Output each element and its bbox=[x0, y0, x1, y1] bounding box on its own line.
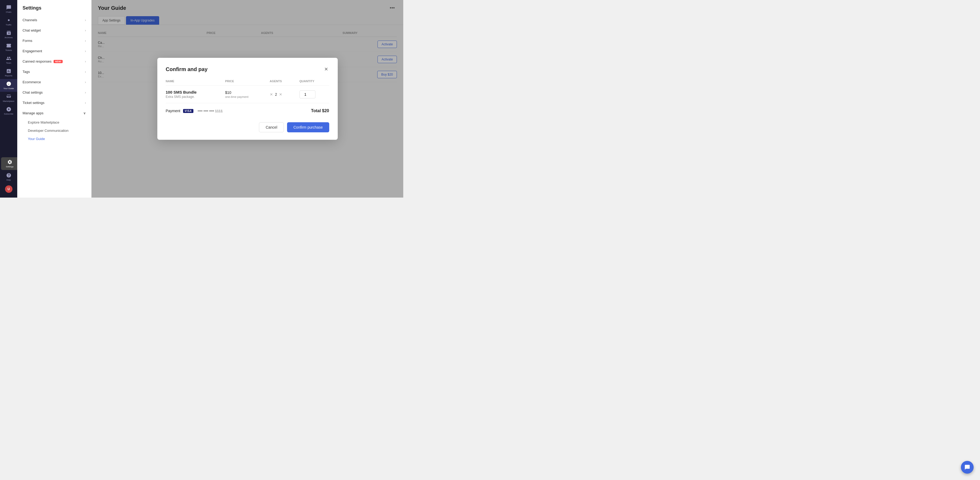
traffic-icon bbox=[6, 17, 11, 23]
nav-item-canned-responses[interactable]: Canned responses NEW! › bbox=[17, 56, 91, 67]
marketplace-icon bbox=[6, 94, 11, 99]
team-icon bbox=[6, 56, 11, 61]
sidebar-label-settings: Settings bbox=[6, 165, 14, 168]
chevron-right-icon: › bbox=[85, 60, 86, 64]
reports-icon bbox=[6, 68, 11, 74]
sub-item-developer-communication[interactable]: Developer Communication bbox=[22, 127, 91, 135]
cancel-button[interactable]: Cancel bbox=[259, 122, 284, 132]
modal-product-row: 100 SMS Bundle Extra SMS package. $10 on… bbox=[166, 86, 329, 103]
sidebar-label-your-guide: Your Guide bbox=[3, 87, 14, 90]
nav-item-engagement[interactable]: Engagement › bbox=[17, 46, 91, 56]
product-price-type: one-time payment bbox=[225, 95, 270, 99]
sub-item-explore-marketplace[interactable]: Explore Marketplace bbox=[22, 118, 91, 127]
sidebar-item-reports[interactable]: Reports bbox=[0, 66, 17, 79]
sidebar-label-team: Team bbox=[6, 62, 11, 64]
sidebar-item-help[interactable]: Help bbox=[0, 170, 17, 183]
modal-overlay: Confirm and pay ✕ NAME PRICE AGENTS QUAN… bbox=[92, 0, 403, 197]
nav-item-ticket-settings[interactable]: Ticket settings › bbox=[17, 98, 91, 108]
chevron-right-icon: › bbox=[85, 39, 86, 43]
sidebar-label-tickets: Tickets bbox=[5, 49, 12, 51]
sidebar-item-tickets[interactable]: Tickets bbox=[0, 41, 17, 54]
quantity-input[interactable] bbox=[299, 91, 315, 99]
main-content: Your Guide ••• App Settings In-App Upgra… bbox=[92, 0, 403, 197]
sidebar-label-archives: Archives bbox=[5, 37, 13, 39]
chevron-down-icon: ∨ bbox=[83, 111, 86, 115]
nav-label-canned-responses: Canned responses bbox=[22, 59, 51, 64]
new-badge: NEW! bbox=[54, 60, 63, 63]
multiply-sign-2: ✕ bbox=[279, 92, 282, 97]
nav-label-tags: Tags bbox=[22, 70, 30, 74]
ticket-icon bbox=[6, 43, 11, 48]
sidebar-item-team[interactable]: Team bbox=[0, 54, 17, 66]
product-description: Extra SMS package. bbox=[166, 95, 225, 99]
guide-icon bbox=[6, 81, 11, 86]
left-panel: Settings Channels › Chat widget › Forms … bbox=[17, 0, 92, 197]
help-icon bbox=[6, 173, 11, 178]
archive-icon bbox=[6, 30, 11, 35]
nav-item-channels[interactable]: Channels › bbox=[17, 15, 91, 25]
total-amount: Total $20 bbox=[311, 108, 329, 113]
nav-item-ecommerce[interactable]: Ecommerce › bbox=[17, 77, 91, 87]
payment-label: Payment bbox=[166, 109, 180, 113]
nav-label-chat-settings: Chat settings bbox=[22, 91, 43, 94]
svg-point-0 bbox=[8, 19, 10, 21]
confirm-purchase-button[interactable]: Confirm purchase bbox=[287, 122, 329, 132]
multiply-sign: ✕ bbox=[270, 92, 273, 97]
nav-label-ecommerce: Ecommerce bbox=[22, 80, 41, 84]
sidebar-item-subscribe[interactable]: Subscribe bbox=[0, 105, 17, 117]
modal-table-header: NAME PRICE AGENTS QUANTITY bbox=[166, 79, 329, 86]
sidebar-label-subscribe: Subscribe bbox=[4, 113, 14, 115]
nav-label-forms: Forms bbox=[22, 39, 32, 43]
nav-label-engagement: Engagement bbox=[22, 49, 42, 53]
chevron-right-icon: › bbox=[85, 91, 86, 94]
sub-item-your-guide[interactable]: Your Guide bbox=[22, 135, 91, 143]
modal-col-agents: AGENTS bbox=[270, 79, 299, 83]
sidebar-item-traffic[interactable]: Traffic bbox=[0, 15, 17, 28]
sidebar-item-chats[interactable]: Chats bbox=[0, 3, 17, 15]
modal-col-price: PRICE bbox=[225, 79, 270, 83]
confirm-modal: Confirm and pay ✕ NAME PRICE AGENTS QUAN… bbox=[158, 58, 338, 140]
modal-close-button[interactable]: ✕ bbox=[323, 65, 329, 73]
sidebar-item-marketplace[interactable]: Marketplace bbox=[0, 92, 17, 105]
nav-item-chat-widget[interactable]: Chat widget › bbox=[17, 25, 91, 35]
manage-apps-submenu: Explore Marketplace Developer Communicat… bbox=[17, 118, 91, 143]
modal-header: Confirm and pay ✕ bbox=[166, 65, 329, 73]
chevron-right-icon: › bbox=[85, 49, 86, 53]
sidebar-item-your-guide[interactable]: Your Guide bbox=[0, 79, 17, 92]
sidebar-label-marketplace: Marketplace bbox=[3, 100, 14, 102]
nav-label-channels: Channels bbox=[22, 18, 37, 22]
nav-item-forms[interactable]: Forms › bbox=[17, 35, 91, 46]
chevron-right-icon: › bbox=[85, 101, 86, 105]
chevron-right-icon: › bbox=[85, 18, 86, 22]
avatar[interactable]: U bbox=[5, 185, 13, 193]
sidebar-label-help: Help bbox=[6, 179, 11, 181]
nav-label-chat-widget: Chat widget bbox=[22, 29, 41, 32]
chevron-right-icon: › bbox=[85, 80, 86, 84]
chevron-right-icon: › bbox=[85, 29, 86, 32]
nav-item-tags[interactable]: Tags › bbox=[17, 67, 91, 77]
chat-icon bbox=[6, 5, 11, 10]
settings-icon bbox=[7, 159, 13, 165]
manage-apps-label: Manage apps bbox=[22, 111, 43, 115]
subscribe-icon bbox=[6, 106, 11, 112]
sidebar-item-archives[interactable]: Archives bbox=[0, 28, 17, 41]
product-price: $10 bbox=[225, 91, 270, 95]
nav-label-ticket-settings: Ticket settings bbox=[22, 101, 45, 105]
manage-apps-header[interactable]: Manage apps ∨ bbox=[17, 108, 91, 118]
nav-item-chat-settings[interactable]: Chat settings › bbox=[17, 87, 91, 98]
sidebar-item-settings[interactable]: Settings bbox=[1, 157, 18, 170]
sidebar-label-reports: Reports bbox=[5, 75, 12, 77]
chevron-right-icon: › bbox=[85, 70, 86, 74]
sidebar-item-avatar[interactable]: U bbox=[0, 183, 17, 195]
modal-footer: Cancel Confirm purchase bbox=[166, 122, 329, 132]
modal-title: Confirm and pay bbox=[166, 66, 208, 72]
sidebar-label-traffic: Traffic bbox=[6, 24, 12, 26]
modal-col-name: NAME bbox=[166, 79, 225, 83]
sidebar: Chats Traffic Archives Tickets Team Repo… bbox=[0, 0, 17, 197]
agents-cell: ✕ 2 ✕ bbox=[270, 92, 299, 97]
sidebar-label-chats: Chats bbox=[6, 11, 11, 13]
visa-badge: VISA bbox=[183, 109, 193, 113]
product-name: 100 SMS Bundle bbox=[166, 90, 225, 94]
modal-col-quantity: QUANTITY bbox=[299, 79, 329, 83]
payment-row: Payment VISA •••• •••• •••• 1111 Total $… bbox=[166, 103, 329, 116]
